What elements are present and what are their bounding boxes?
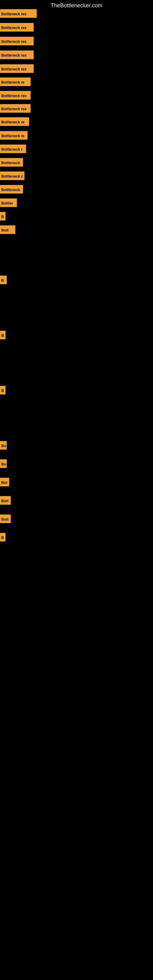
bottleneck-item: Bott xyxy=(0,496,11,505)
bottleneck-item: Bottleneck r xyxy=(0,145,26,153)
bottleneck-item: Bottleneck res xyxy=(0,104,30,113)
bottleneck-item: Bottleneck res xyxy=(0,9,37,18)
bottleneck-item: B xyxy=(0,331,5,339)
bottleneck-item: Bottleneck re xyxy=(0,78,30,86)
bottleneck-item: Bottler xyxy=(0,199,17,207)
bottleneck-item: B xyxy=(0,533,5,541)
bottleneck-item: B xyxy=(0,275,7,284)
bottleneck-item: Bottleneck xyxy=(0,185,23,194)
bottleneck-item: Bottleneck res xyxy=(0,64,33,73)
bottleneck-item: Bott xyxy=(0,225,15,234)
bottleneck-item: Bottleneck c xyxy=(0,172,24,180)
bottleneck-item: Bot xyxy=(0,478,9,486)
bottleneck-item: Bott xyxy=(0,514,11,523)
bottleneck-item: Bo xyxy=(0,460,7,468)
bottleneck-item: Bottleneck res xyxy=(0,37,33,45)
bottleneck-item: Bottleneck re xyxy=(0,131,27,140)
bottleneck-item: Bottleneck re xyxy=(0,117,29,126)
bottleneck-item: Bottleneck res xyxy=(0,91,30,100)
bottleneck-item: Bottleneck res xyxy=(0,23,33,32)
bottleneck-item: Bottleneck xyxy=(0,158,23,167)
bottleneck-item: B xyxy=(0,386,5,395)
bottleneck-item: Bottleneck res xyxy=(0,51,33,59)
bottleneck-item: Bo xyxy=(0,441,7,450)
bottleneck-item: B xyxy=(0,212,5,221)
